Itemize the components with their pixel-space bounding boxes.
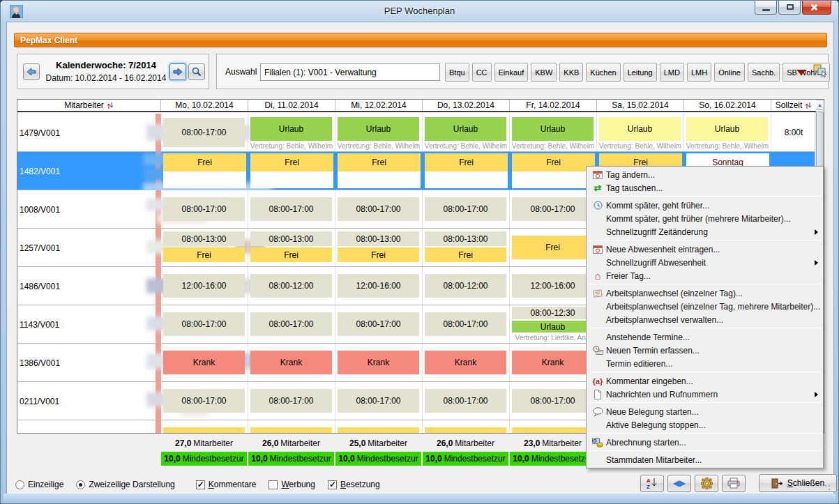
filter-dropdown-icon[interactable]	[796, 70, 806, 75]
schedule-cell[interactable]: Frei	[510, 420, 597, 434]
schedule-cell[interactable]: Frei	[423, 420, 510, 434]
menu-item-arbeitsplanwechsel-einzelner-tag[interactable]: Arbeitsplanwechsel (einzelner Tag)...	[587, 287, 823, 300]
sort-az-button[interactable]: AZ	[640, 475, 664, 492]
menu-item-schnellzugriff-zeit-nderung[interactable]: Schnellzugriff Zeitänderung	[587, 225, 823, 238]
search-week-button[interactable]	[188, 63, 205, 80]
schedule-cell[interactable]: 08:00-17:00	[335, 305, 423, 343]
scrollbar-thumb[interactable]	[816, 112, 824, 174]
menu-item-anstehende-termine[interactable]: Anstehende Termine...	[587, 330, 823, 344]
schedule-cell[interactable]: 08:00-17:00	[335, 382, 423, 420]
employee-cell[interactable]: 1479/V001	[17, 114, 156, 151]
menu-item-neue-belegung-starten[interactable]: Neue Belegung starten...	[587, 405, 823, 418]
filter-button-einkauf[interactable]: Einkauf	[494, 63, 529, 82]
menu-item-neuen-termin-erfassen[interactable]: Neuen Termin erfassen...	[587, 344, 823, 357]
minimize-button[interactable]	[755, 1, 777, 15]
schedule-cell[interactable]: 08:00-17:00	[248, 305, 335, 343]
column-width-button[interactable]: ◀▶	[667, 475, 691, 492]
filter-button-cc[interactable]: CC	[472, 63, 492, 82]
filter-button-kbw[interactable]: KBW	[531, 63, 557, 82]
column-header-sollzeit[interactable]: Sollzeit	[771, 100, 816, 111]
filter-button-kkb[interactable]: KKB	[559, 63, 583, 82]
titlebar[interactable]: PEP Wochenplan	[1, 1, 838, 22]
menu-item-tag-ndern[interactable]: Tag ändern...	[587, 168, 823, 181]
schedule-cell[interactable]: 08:00-17:00	[423, 190, 510, 228]
employee-cell[interactable]: 1486/V001	[17, 267, 156, 305]
schedule-cell[interactable]: Krank	[161, 344, 248, 381]
column-header-employee[interactable]: Mitarbeiter	[17, 100, 161, 111]
schedule-cell[interactable]: 08:00-17:00	[161, 190, 248, 228]
filter-button-online[interactable]: Online	[714, 63, 745, 82]
filter-button-btqu[interactable]: Btqu	[445, 63, 469, 82]
schedule-cell[interactable]: 12:00-16:00	[510, 267, 597, 305]
schedule-cell[interactable]: Krank	[248, 344, 335, 381]
menu-item-schnellzugriff-abwesenheit[interactable]: Schnellzugriff Abwesenheit	[587, 256, 823, 269]
menu-item-kommt-sp-ter-geht-fr-her-mehrere-mitarbeiter[interactable]: Kommt später, geht früher (mehrere Mitar…	[587, 212, 823, 225]
column-header-mi[interactable]: Mi, 12.02.2014	[335, 100, 423, 111]
menu-item-kommt-sp-ter-geht-fr-her[interactable]: Kommt später, geht früher...	[587, 199, 823, 212]
schedule-cell[interactable]: 08:00-12:30UrlaubVertretung: Liedtke, An…	[510, 305, 597, 343]
employee-cell[interactable]: 1386/V001	[17, 344, 156, 381]
schedule-cell[interactable]: 08:00-17:00	[161, 305, 248, 343]
schedule-cell[interactable]: 08:00-13:00Frei	[248, 229, 335, 266]
checkbox-werbung[interactable]: Werbung	[269, 480, 315, 489]
column-header-fr[interactable]: Fr, 14.02.2014	[510, 100, 597, 111]
employee-cell[interactable]: 1482/V001	[17, 152, 156, 190]
previous-week-button[interactable]	[23, 63, 40, 80]
filter-button-sachb[interactable]: Sachb.	[748, 63, 780, 82]
employee-cell[interactable]: 1257/V001	[17, 229, 156, 266]
settings-button[interactable]	[695, 475, 718, 492]
schedule-cell[interactable]: UrlaubVertretung: Behle, Wilhelm	[597, 114, 684, 151]
scroll-up-button[interactable]: ▲	[815, 100, 824, 110]
filter-button-lmh[interactable]: LMH	[687, 63, 711, 82]
schedule-cell[interactable]: 08:00-13:00Frei	[161, 229, 248, 266]
next-week-button[interactable]	[169, 63, 186, 80]
schedule-cell[interactable]: 08:00-17:00	[335, 190, 423, 228]
schedule-cell[interactable]: Frei	[510, 152, 597, 190]
column-header-mo[interactable]: Mo, 10.02.2014	[161, 100, 248, 111]
schedule-cell[interactable]: Krank	[423, 344, 510, 381]
column-header-do[interactable]: Do, 13.02.2014	[423, 100, 510, 111]
menu-item-freier-tag[interactable]: ⌂Freier Tag...	[587, 269, 823, 282]
schedule-cell[interactable]: 08:00-12:00	[423, 267, 510, 305]
menu-item-kommentar-eingeben[interactable]: {a}Kommentar eingeben...	[587, 374, 823, 388]
employee-cell[interactable]	[17, 420, 156, 434]
schedule-cell[interactable]: 08:00-17:00	[248, 190, 335, 228]
schedule-cell[interactable]: Krank	[335, 344, 423, 381]
schedule-cell[interactable]: Frei	[423, 152, 510, 190]
schedule-cell[interactable]: 08:00-17:00	[248, 382, 335, 420]
checkbox-besetzung[interactable]: Besetzung	[328, 480, 380, 489]
close-window-button[interactable]	[802, 1, 831, 15]
schedule-cell[interactable]: UrlaubVertretung: Behle, Wilhelm	[423, 114, 510, 151]
schedule-cell[interactable]: Frei	[161, 420, 248, 434]
menu-item-tag-tauschen[interactable]: ⇄Tag tauschen...	[587, 181, 823, 194]
maximize-button[interactable]	[778, 1, 801, 15]
schedule-cell[interactable]: 08:00-12:00	[248, 267, 335, 305]
menu-item-abrechnung-starten[interactable]: Abrechnung starten...	[587, 436, 823, 449]
schedule-cell[interactable]: Frei	[248, 152, 335, 190]
employee-cell[interactable]: 1143/V001	[17, 305, 156, 343]
menu-item-arbeitsplanwechsel-einzelner-tag-mehrere-mitarbeiter[interactable]: Arbeitsplanwechsel (einzelner Tag, mehre…	[587, 300, 823, 313]
checkbox-kommentare[interactable]: Kommentare	[196, 480, 257, 489]
schedule-cell[interactable]: UrlaubVertretung: Behle, Wilhelm	[335, 114, 423, 151]
column-header-di[interactable]: Di, 11.02.2014	[248, 100, 335, 111]
schedule-cell[interactable]: Frei	[335, 420, 423, 434]
filter-button-leitung[interactable]: Leitung	[623, 63, 657, 82]
column-header-so[interactable]: So, 16.02.2014	[684, 100, 771, 111]
menu-item-stammdaten-mitarbeiter[interactable]: Stammdaten Mitarbeiter...	[587, 453, 823, 466]
schedule-cell[interactable]: Krank	[510, 344, 597, 381]
menu-item-neue-abwesenheit-eintragen[interactable]: Neue Abwesenheit eintragen...	[587, 243, 823, 256]
schedule-cell[interactable]: Frei	[248, 420, 335, 434]
schedule-cell[interactable]: 08:00-17:00	[161, 382, 248, 420]
schedule-cell[interactable]: UrlaubVertretung: Behle, Wilhelm	[248, 114, 335, 151]
employee-cell[interactable]: 1008/V001	[17, 190, 156, 228]
schedule-cell[interactable]: Frei	[161, 152, 248, 190]
menu-item-termin-editieren[interactable]: Termin editieren...	[587, 357, 823, 370]
resize-grip[interactable]	[824, 484, 832, 492]
schedule-cell[interactable]: 08:00-13:00Frei	[423, 229, 510, 266]
print-button[interactable]	[722, 475, 746, 492]
schedule-cell[interactable]: 12:00-16:00	[335, 267, 423, 305]
schedule-cell[interactable]: UrlaubVertretung: Behle, Wilhelm	[684, 114, 771, 151]
radio-einzeilige[interactable]: Einzeilige	[15, 480, 63, 489]
schedule-cell[interactable]: Frei	[510, 229, 597, 266]
schedule-cell[interactable]: 08:00-17:00	[423, 382, 510, 420]
